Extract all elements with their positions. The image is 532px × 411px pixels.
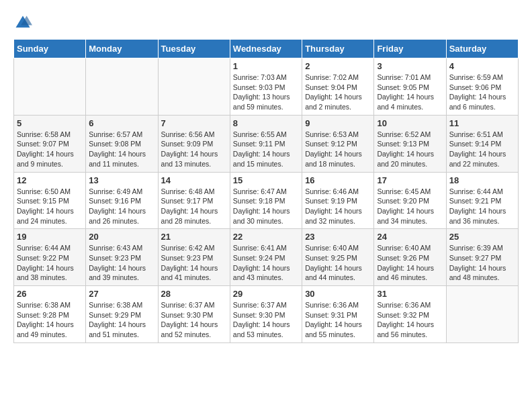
weekday-header-saturday: Saturday xyxy=(446,40,518,58)
calendar-week-row: 5Sunrise: 6:58 AMSunset: 9:07 PMDaylight… xyxy=(14,115,519,172)
day-info: Sunrise: 6:40 AMSunset: 9:25 PMDaylight:… xyxy=(305,243,371,283)
day-number: 17 xyxy=(377,175,443,185)
day-info: Sunrise: 6:38 AMSunset: 9:29 PMDaylight:… xyxy=(89,300,154,340)
day-info: Sunrise: 6:50 AMSunset: 9:15 PMDaylight:… xyxy=(17,187,83,226)
weekday-header-row: SundayMondayTuesdayWednesdayThursdayFrid… xyxy=(14,40,519,58)
calendar-cell: 14Sunrise: 6:48 AMSunset: 9:17 PMDayligh… xyxy=(158,172,230,229)
day-number: 26 xyxy=(17,289,83,299)
day-number: 28 xyxy=(161,289,227,299)
calendar-cell: 3Sunrise: 7:01 AMSunset: 9:05 PMDaylight… xyxy=(374,58,446,116)
day-info: Sunrise: 6:56 AMSunset: 9:09 PMDaylight:… xyxy=(161,130,227,169)
calendar-cell: 10Sunrise: 6:52 AMSunset: 9:13 PMDayligh… xyxy=(374,115,446,172)
weekday-header-thursday: Thursday xyxy=(302,40,374,58)
day-info: Sunrise: 6:58 AMSunset: 9:07 PMDaylight:… xyxy=(17,130,83,169)
day-number: 2 xyxy=(305,61,371,71)
day-number: 13 xyxy=(89,175,154,185)
day-number: 30 xyxy=(305,289,371,299)
calendar-week-row: 19Sunrise: 6:44 AMSunset: 9:22 PMDayligh… xyxy=(14,229,519,286)
day-number: 7 xyxy=(161,118,227,128)
weekday-header-monday: Monday xyxy=(86,40,158,58)
calendar-cell: 23Sunrise: 6:40 AMSunset: 9:25 PMDayligh… xyxy=(302,229,374,286)
calendar-cell: 24Sunrise: 6:40 AMSunset: 9:26 PMDayligh… xyxy=(374,229,446,286)
calendar-cell: 31Sunrise: 6:36 AMSunset: 9:32 PMDayligh… xyxy=(374,286,446,343)
day-number: 24 xyxy=(377,232,443,242)
day-number: 12 xyxy=(17,175,83,185)
day-info: Sunrise: 6:49 AMSunset: 9:16 PMDaylight:… xyxy=(89,187,154,226)
day-info: Sunrise: 6:44 AMSunset: 9:22 PMDaylight:… xyxy=(17,243,83,283)
calendar-week-row: 1Sunrise: 7:03 AMSunset: 9:03 PMDaylight… xyxy=(14,58,519,116)
day-number: 25 xyxy=(449,232,515,242)
day-number: 16 xyxy=(305,175,371,185)
day-info: Sunrise: 6:36 AMSunset: 9:32 PMDaylight:… xyxy=(377,300,443,340)
day-number: 10 xyxy=(377,118,443,128)
day-info: Sunrise: 7:02 AMSunset: 9:04 PMDaylight:… xyxy=(305,73,371,112)
calendar-cell: 13Sunrise: 6:49 AMSunset: 9:16 PMDayligh… xyxy=(86,172,158,229)
calendar-cell xyxy=(86,58,158,116)
day-number: 19 xyxy=(17,232,83,242)
weekday-header-wednesday: Wednesday xyxy=(230,40,302,58)
day-number: 21 xyxy=(161,232,227,242)
day-number: 23 xyxy=(305,232,371,242)
day-number: 8 xyxy=(233,118,299,128)
day-number: 6 xyxy=(89,118,154,128)
day-number: 31 xyxy=(377,289,443,299)
day-number: 14 xyxy=(161,175,227,185)
day-number: 29 xyxy=(233,289,299,299)
day-number: 11 xyxy=(449,118,515,128)
weekday-header-sunday: Sunday xyxy=(14,40,86,58)
day-number: 18 xyxy=(449,175,515,185)
day-number: 27 xyxy=(89,289,154,299)
day-info: Sunrise: 6:48 AMSunset: 9:17 PMDaylight:… xyxy=(161,187,227,226)
day-info: Sunrise: 6:51 AMSunset: 9:14 PMDaylight:… xyxy=(449,130,515,169)
calendar-cell: 28Sunrise: 6:37 AMSunset: 9:30 PMDayligh… xyxy=(158,286,230,343)
day-info: Sunrise: 6:59 AMSunset: 9:06 PMDaylight:… xyxy=(449,73,515,112)
day-info: Sunrise: 6:43 AMSunset: 9:23 PMDaylight:… xyxy=(89,243,154,283)
day-info: Sunrise: 7:01 AMSunset: 9:05 PMDaylight:… xyxy=(377,73,443,112)
day-number: 15 xyxy=(233,175,299,185)
weekday-header-friday: Friday xyxy=(374,40,446,58)
day-number: 5 xyxy=(17,118,83,128)
calendar-table: SundayMondayTuesdayWednesdayThursdayFrid… xyxy=(13,39,519,343)
calendar-cell: 22Sunrise: 6:41 AMSunset: 9:24 PMDayligh… xyxy=(230,229,302,286)
day-info: Sunrise: 6:46 AMSunset: 9:19 PMDaylight:… xyxy=(305,187,371,226)
calendar-cell xyxy=(158,58,230,116)
day-info: Sunrise: 6:57 AMSunset: 9:08 PMDaylight:… xyxy=(89,130,154,169)
day-info: Sunrise: 6:53 AMSunset: 9:12 PMDaylight:… xyxy=(305,130,371,169)
day-info: Sunrise: 6:47 AMSunset: 9:18 PMDaylight:… xyxy=(233,187,299,226)
calendar-cell: 15Sunrise: 6:47 AMSunset: 9:18 PMDayligh… xyxy=(230,172,302,229)
calendar-cell: 30Sunrise: 6:36 AMSunset: 9:31 PMDayligh… xyxy=(302,286,374,343)
calendar-cell: 26Sunrise: 6:38 AMSunset: 9:28 PMDayligh… xyxy=(14,286,86,343)
calendar-cell: 5Sunrise: 6:58 AMSunset: 9:07 PMDaylight… xyxy=(14,115,86,172)
day-number: 9 xyxy=(305,118,371,128)
calendar-cell: 29Sunrise: 6:37 AMSunset: 9:30 PMDayligh… xyxy=(230,286,302,343)
day-info: Sunrise: 6:37 AMSunset: 9:30 PMDaylight:… xyxy=(233,300,299,340)
calendar-cell: 16Sunrise: 6:46 AMSunset: 9:19 PMDayligh… xyxy=(302,172,374,229)
calendar-cell: 8Sunrise: 6:55 AMSunset: 9:11 PMDaylight… xyxy=(230,115,302,172)
page-header xyxy=(13,13,519,32)
calendar-cell xyxy=(446,286,518,343)
calendar-cell: 18Sunrise: 6:44 AMSunset: 9:21 PMDayligh… xyxy=(446,172,518,229)
calendar-cell: 11Sunrise: 6:51 AMSunset: 9:14 PMDayligh… xyxy=(446,115,518,172)
day-info: Sunrise: 6:55 AMSunset: 9:11 PMDaylight:… xyxy=(233,130,299,169)
calendar-cell: 17Sunrise: 6:45 AMSunset: 9:20 PMDayligh… xyxy=(374,172,446,229)
day-info: Sunrise: 6:40 AMSunset: 9:26 PMDaylight:… xyxy=(377,243,443,283)
day-info: Sunrise: 6:41 AMSunset: 9:24 PMDaylight:… xyxy=(233,243,299,283)
day-info: Sunrise: 6:37 AMSunset: 9:30 PMDaylight:… xyxy=(161,300,227,340)
calendar-cell: 4Sunrise: 6:59 AMSunset: 9:06 PMDaylight… xyxy=(446,58,518,116)
day-info: Sunrise: 6:39 AMSunset: 9:27 PMDaylight:… xyxy=(449,243,515,283)
calendar-week-row: 12Sunrise: 6:50 AMSunset: 9:15 PMDayligh… xyxy=(14,172,519,229)
calendar-cell: 1Sunrise: 7:03 AMSunset: 9:03 PMDaylight… xyxy=(230,58,302,116)
calendar-cell: 20Sunrise: 6:43 AMSunset: 9:23 PMDayligh… xyxy=(86,229,158,286)
day-number: 20 xyxy=(89,232,154,242)
day-info: Sunrise: 6:42 AMSunset: 9:23 PMDaylight:… xyxy=(161,243,227,283)
calendar-cell: 27Sunrise: 6:38 AMSunset: 9:29 PMDayligh… xyxy=(86,286,158,343)
weekday-header-tuesday: Tuesday xyxy=(158,40,230,58)
calendar-cell: 19Sunrise: 6:44 AMSunset: 9:22 PMDayligh… xyxy=(14,229,86,286)
calendar-cell: 6Sunrise: 6:57 AMSunset: 9:08 PMDaylight… xyxy=(86,115,158,172)
day-info: Sunrise: 6:38 AMSunset: 9:28 PMDaylight:… xyxy=(17,300,83,340)
calendar-cell: 12Sunrise: 6:50 AMSunset: 9:15 PMDayligh… xyxy=(14,172,86,229)
calendar-cell: 9Sunrise: 6:53 AMSunset: 9:12 PMDaylight… xyxy=(302,115,374,172)
day-info: Sunrise: 6:52 AMSunset: 9:13 PMDaylight:… xyxy=(377,130,443,169)
day-info: Sunrise: 6:44 AMSunset: 9:21 PMDaylight:… xyxy=(449,187,515,226)
day-number: 3 xyxy=(377,61,443,71)
